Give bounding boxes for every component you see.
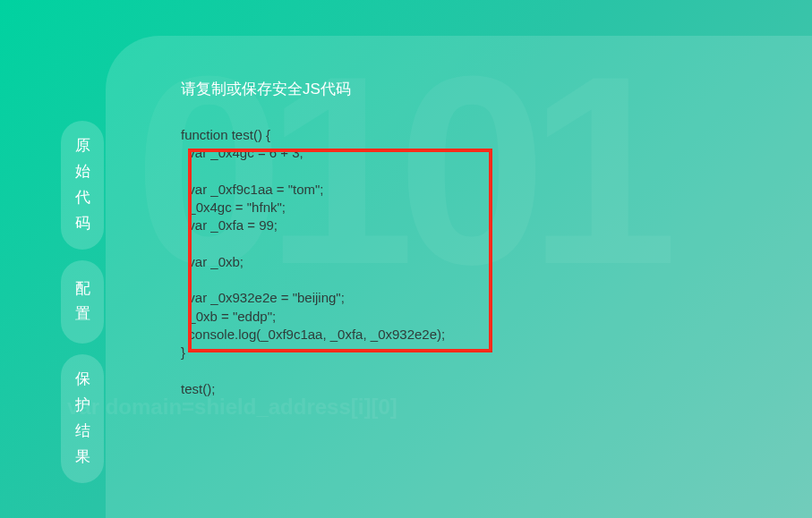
tab-label-char: 置 [75, 301, 90, 327]
protected-code-output[interactable]: function test() { var _0x4gc = 6 + 3; va… [181, 126, 758, 398]
tab-label-char: 码 [75, 211, 90, 237]
tab-label-char: 护 [75, 393, 90, 419]
tab-label-char: 原 [75, 133, 90, 159]
tab-protect-result[interactable]: 保 护 结 果 [61, 354, 104, 483]
tab-label-char: 始 [75, 159, 90, 185]
tab-config[interactable]: 配 置 [61, 260, 104, 344]
tab-label-char: 保 [75, 367, 90, 393]
tab-original-code[interactable]: 原 始 代 码 [61, 121, 104, 250]
tab-label-char: 结 [75, 419, 90, 445]
tab-label-char: 配 [75, 276, 90, 302]
result-panel: 请复制或保存安全JS代码 function test() { var _0x4g… [106, 36, 812, 518]
panel-title: 请复制或保存安全JS代码 [181, 79, 758, 99]
tab-label-char: 代 [75, 185, 90, 211]
sidebar: 原 始 代 码 配 置 保 护 结 果 [61, 121, 106, 494]
tab-label-char: 果 [75, 445, 90, 471]
